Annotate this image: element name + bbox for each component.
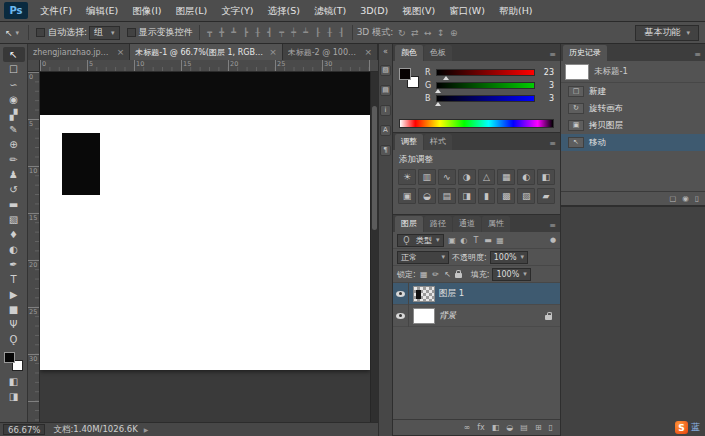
brightness-contrast-icon[interactable]: ☀ xyxy=(398,169,416,185)
channel-slider[interactable] xyxy=(436,82,535,89)
visibility-toggle[interactable] xyxy=(393,305,409,327)
tab-history[interactable]: 历史记录 xyxy=(563,45,607,61)
delete-layer-icon[interactable]: ▯ xyxy=(549,423,553,432)
align-bottom-edges-icon[interactable]: ┻ xyxy=(228,28,240,37)
document-canvas[interactable] xyxy=(40,115,370,370)
blur-tool[interactable]: ♦ xyxy=(3,227,25,242)
filter-type-layers-icon[interactable]: T xyxy=(471,236,482,245)
panel-menu-icon[interactable]: ≡ xyxy=(549,221,560,232)
new-snapshot-icon[interactable]: ◉ xyxy=(682,194,689,203)
workspace-switcher[interactable]: 基本功能 ▾ xyxy=(635,25,699,41)
foreground-color-swatch[interactable] xyxy=(4,352,15,363)
link-layers-icon[interactable]: ∞ xyxy=(464,423,471,432)
marquee-tool[interactable]: ☐ xyxy=(3,62,25,77)
slider-thumb-icon[interactable] xyxy=(435,102,441,106)
layer-row[interactable]: 背景 xyxy=(393,305,560,327)
channel-slider[interactable] xyxy=(436,95,535,102)
menu-item[interactable]: 图像(I) xyxy=(125,0,168,22)
panel-tab[interactable]: 路径 xyxy=(424,216,452,232)
screen-mode-icon[interactable]: ◨ xyxy=(3,389,25,404)
character-panel-icon[interactable]: A xyxy=(380,125,391,136)
threshold-icon[interactable]: ▩ xyxy=(497,188,515,204)
healing-brush-tool[interactable]: ⊕ xyxy=(3,137,25,152)
scrollbar-thumb[interactable] xyxy=(372,106,377,230)
layer-row[interactable]: 图层 1 xyxy=(393,283,560,305)
history-snapshot-row[interactable]: 未标题-1 xyxy=(561,61,705,83)
hand-tool[interactable]: Ψ xyxy=(3,317,25,332)
vibrance-icon[interactable]: △ xyxy=(478,169,496,185)
3d-scale-icon[interactable]: ⊕ xyxy=(447,28,460,38)
panel-tab[interactable]: 颜色 xyxy=(395,45,423,61)
history-state[interactable]: ▣拷贝图层 xyxy=(561,117,705,134)
panel-tab[interactable]: 调整 xyxy=(395,134,423,150)
crop-tool[interactable]: ▞ xyxy=(3,107,25,122)
close-icon[interactable]: × xyxy=(117,47,125,57)
gradient-map-icon[interactable]: ▰ xyxy=(537,188,555,204)
panel-menu-icon[interactable]: ≡ xyxy=(549,50,560,61)
histogram-panel-icon[interactable]: ▤ xyxy=(380,85,391,96)
history-state[interactable]: ↖移动 xyxy=(561,134,705,151)
panel-menu-icon[interactable]: ≡ xyxy=(694,50,705,61)
panel-tab[interactable]: 属性 xyxy=(482,216,510,232)
security-app-icon[interactable]: S xyxy=(675,421,688,434)
quick-selection-tool[interactable]: ◉ xyxy=(3,92,25,107)
history-state[interactable]: □新建 xyxy=(561,83,705,100)
opacity-dropdown[interactable]: 100% ▾ xyxy=(490,251,528,264)
quick-mask-icon[interactable]: ◧ xyxy=(3,374,25,389)
distribute-horizontal-centers-icon[interactable]: ╂ xyxy=(324,28,336,37)
photo-filter-icon[interactable]: ▣ xyxy=(398,188,416,204)
auto-select-target-dropdown[interactable]: 组 ▾ xyxy=(89,26,120,40)
3d-rotate-icon[interactable]: ↻ xyxy=(395,28,408,38)
color-balance-icon[interactable]: ◐ xyxy=(517,169,535,185)
paragraph-panel-icon[interactable]: ¶ xyxy=(380,145,391,156)
panel-tab[interactable]: 色板 xyxy=(424,45,452,61)
clone-stamp-tool[interactable]: ♟ xyxy=(3,167,25,182)
menu-item[interactable]: 窗口(W) xyxy=(442,0,492,22)
selective-color-icon[interactable]: ▨ xyxy=(517,188,535,204)
lasso-tool[interactable]: ∽ xyxy=(3,77,25,92)
lock-transparency-icon[interactable]: ▦ xyxy=(419,270,429,279)
hue-saturation-icon[interactable]: ▦ xyxy=(497,169,515,185)
eyedropper-tool[interactable]: ✎ xyxy=(3,122,25,137)
zoom-level-field[interactable]: 66.67% xyxy=(3,424,45,435)
menu-item[interactable]: 编辑(E) xyxy=(79,0,125,22)
zoom-tool[interactable]: Ǫ xyxy=(3,332,25,347)
menu-item[interactable]: 3D(D) xyxy=(353,0,395,22)
color-swatches[interactable] xyxy=(4,352,23,371)
move-tool[interactable]: ↖ xyxy=(3,47,25,62)
align-left-edges-icon[interactable]: ┣ xyxy=(240,28,252,37)
filter-adjustment-layers-icon[interactable]: ◐ xyxy=(459,236,470,245)
menu-item[interactable]: 滤镜(T) xyxy=(307,0,353,22)
3d-slide-icon[interactable]: ↕ xyxy=(434,28,447,38)
eraser-tool[interactable]: ▬ xyxy=(3,197,25,212)
new-layer-icon[interactable]: ⊞ xyxy=(535,423,542,432)
system-tray-badge[interactable]: S 蓝 xyxy=(675,421,700,434)
navigator-panel-icon[interactable]: ▧ xyxy=(380,65,391,76)
invert-icon[interactable]: ◨ xyxy=(458,188,476,204)
lock-all-icon[interactable] xyxy=(455,273,462,278)
align-right-edges-icon[interactable]: ┫ xyxy=(264,28,276,37)
panel-menu-icon[interactable]: ≡ xyxy=(549,139,560,150)
layer-mask-icon[interactable]: ◧ xyxy=(492,423,500,432)
close-icon[interactable]: × xyxy=(364,47,372,57)
layer-filter-toggle[interactable]: ● xyxy=(550,236,556,244)
layer-style-icon[interactable]: fx xyxy=(477,423,485,432)
new-document-from-state-icon[interactable]: ▢ xyxy=(669,194,676,203)
brush-tool[interactable]: ✏ xyxy=(3,152,25,167)
levels-icon[interactable]: ▥ xyxy=(418,169,436,185)
layer-filter-dropdown[interactable]: Ǫ 类型 ▾ xyxy=(397,234,444,247)
menu-item[interactable]: 视图(V) xyxy=(395,0,442,22)
visibility-toggle[interactable] xyxy=(393,283,409,305)
slider-thumb-icon[interactable] xyxy=(443,76,449,80)
distribute-vertical-centers-icon[interactable]: ┿ xyxy=(288,28,300,37)
shape-tool[interactable]: ■ xyxy=(3,302,25,317)
black-white-icon[interactable]: ◧ xyxy=(537,169,555,185)
color-spectrum-ramp[interactable] xyxy=(399,119,554,128)
close-icon[interactable]: × xyxy=(269,47,277,57)
3d-drag-icon[interactable]: ↔ xyxy=(421,28,434,38)
type-tool[interactable]: T xyxy=(3,272,25,287)
tool-preset-picker[interactable]: ↖ ▾ xyxy=(0,28,24,38)
menu-item[interactable]: 文字(Y) xyxy=(214,0,260,22)
blend-mode-dropdown[interactable]: 正常 ▾ xyxy=(397,251,449,264)
panel-tab[interactable]: 通道 xyxy=(453,216,481,232)
